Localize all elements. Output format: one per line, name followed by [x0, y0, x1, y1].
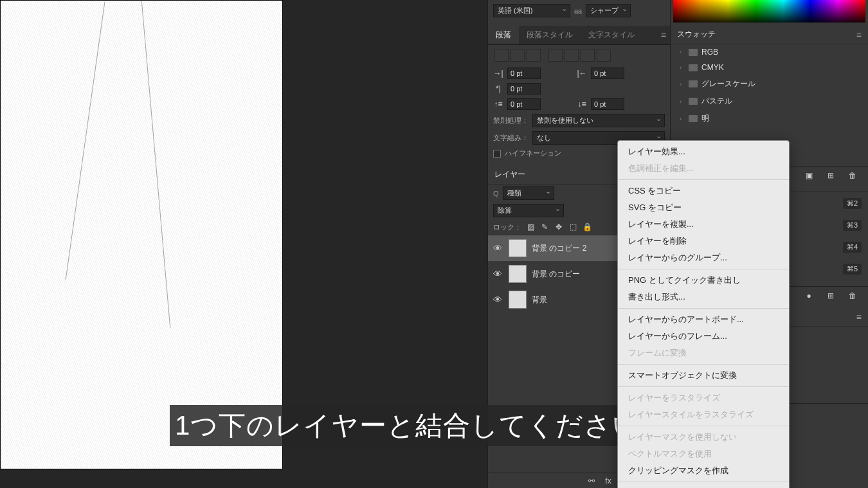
- swatches-menu-icon[interactable]: ≡: [856, 30, 862, 40]
- link-layers-icon[interactable]: ⚯: [586, 476, 597, 486]
- trash-icon[interactable]: 🗑: [847, 170, 858, 181]
- chevron-right-icon: ›: [680, 49, 685, 55]
- folder-icon: [689, 64, 698, 71]
- new-action-icon[interactable]: ⊞: [826, 291, 836, 301]
- layer-thumbnail[interactable]: [509, 291, 527, 309]
- folder-icon: [689, 80, 698, 87]
- context-menu-item[interactable]: レイヤーを削除: [618, 233, 789, 249]
- folder-icon: [689, 98, 698, 105]
- layer-filter-dropdown[interactable]: 種類: [503, 186, 554, 200]
- trash-icon[interactable]: 🗑: [847, 291, 858, 301]
- context-menu-item[interactable]: レイヤー効果...: [618, 143, 789, 160]
- context-menu-separator: [618, 482, 789, 482]
- indent-left-icon: →|: [493, 68, 503, 78]
- tab-paragraph-style[interactable]: 段落スタイル: [519, 26, 581, 44]
- language-dropdown[interactable]: 英語 (米国): [493, 4, 570, 17]
- context-menu-item: レイヤースタイルをラスタライズ: [618, 406, 789, 423]
- record-icon[interactable]: ●: [804, 291, 814, 301]
- swatch-folder-row[interactable]: ›パステル: [671, 93, 868, 110]
- align-center-button[interactable]: [511, 49, 525, 62]
- layer-name-label: 背景: [532, 294, 547, 305]
- context-menu-item[interactable]: SVG をコピー: [618, 199, 789, 216]
- swatch-folder-label: パステル: [701, 96, 732, 107]
- swatch-folder-label: グレースケール: [701, 78, 755, 89]
- space-after-field[interactable]: 0 pt: [591, 98, 624, 110]
- folder-icon[interactable]: ▣: [804, 170, 814, 181]
- chevron-right-icon: ›: [680, 81, 685, 87]
- chevron-right-icon: ›: [680, 64, 685, 71]
- layer-name-label: 背景 のコピー 2: [532, 243, 586, 254]
- context-menu-separator: [618, 269, 789, 269]
- context-menu-item[interactable]: スマートオブジェクトに変換: [618, 367, 789, 384]
- new-swatch-icon[interactable]: ⊞: [826, 170, 836, 181]
- align-left-button[interactable]: [494, 49, 509, 62]
- layers-panel-title: レイヤー: [494, 169, 525, 180]
- swatch-folder-row[interactable]: ›グレースケール: [671, 75, 868, 93]
- layer-fx-icon[interactable]: fx: [603, 476, 613, 486]
- space-before-field[interactable]: 0 pt: [507, 98, 541, 110]
- subtitle-caption: 1つ下のレイヤーと結合してください: [170, 405, 646, 446]
- visibility-eye-icon[interactable]: 👁: [493, 269, 503, 279]
- kinsoku-dropdown[interactable]: 禁則を使用しない: [532, 114, 665, 127]
- swatch-folder-row[interactable]: ›CMYK: [671, 60, 868, 75]
- context-menu-item: レイヤーをラスタライズ: [618, 390, 789, 406]
- swatch-folder-row[interactable]: ›RGB: [671, 44, 868, 60]
- context-menu-item[interactable]: レイヤーからのグループ...: [618, 249, 789, 266]
- canvas-area: [0, 0, 285, 476]
- justify-right-button[interactable]: [581, 49, 595, 62]
- color-spectrum[interactable]: [673, 0, 865, 23]
- context-menu-item[interactable]: クリッピングマスクを作成: [618, 462, 789, 479]
- document-canvas[interactable]: [0, 0, 283, 469]
- visibility-eye-icon[interactable]: 👁: [493, 243, 503, 253]
- indent-left-field[interactable]: 0 pt: [507, 68, 541, 79]
- shortcut-badge: ⌘2: [843, 198, 862, 209]
- space-after-icon: ↓≡: [577, 99, 587, 109]
- context-menu-separator: [618, 364, 789, 365]
- context-menu-separator: [618, 179, 789, 180]
- paragraph-tabs: 段落 段落スタイル 文字スタイル ≡: [488, 26, 670, 45]
- antialias-dropdown[interactable]: シャープ: [586, 4, 631, 17]
- context-menu-item[interactable]: 書き出し形式...: [618, 289, 789, 305]
- chevron-right-icon: ›: [680, 98, 685, 105]
- layer-thumbnail[interactable]: [509, 239, 527, 257]
- visibility-eye-icon[interactable]: 👁: [493, 294, 503, 305]
- context-menu-item[interactable]: PNG としてクイック書き出し: [618, 272, 789, 289]
- context-menu-item[interactable]: レイヤーからのフレーム...: [618, 328, 789, 345]
- lock-all-icon[interactable]: 🔒: [582, 222, 592, 232]
- align-right-button[interactable]: [527, 49, 541, 62]
- hyphenation-label: ハイフネーション: [505, 149, 561, 158]
- lock-artboard-icon[interactable]: ⬚: [568, 222, 578, 232]
- tab-paragraph[interactable]: 段落: [488, 26, 519, 44]
- context-menu-item[interactable]: レイヤーからのアートボード...: [618, 311, 789, 328]
- folder-icon: [689, 115, 698, 122]
- justify-center-button[interactable]: [565, 49, 579, 62]
- context-menu-item[interactable]: レイヤーを複製...: [618, 216, 789, 233]
- layer-context-menu[interactable]: レイヤー効果...色調補正を編集...CSS をコピーSVG をコピーレイヤーを…: [617, 140, 790, 488]
- swatches-title: スウォッチ: [677, 29, 716, 40]
- context-menu-separator: [618, 426, 789, 426]
- lock-brush-icon[interactable]: ✎: [539, 222, 550, 232]
- alignment-buttons: [488, 45, 670, 66]
- lock-move-icon[interactable]: ✥: [554, 222, 564, 232]
- context-menu-item[interactable]: CSS をコピー: [618, 183, 789, 199]
- panel-menu-icon[interactable]: ≡: [856, 312, 862, 322]
- layer-thumbnail[interactable]: [509, 265, 527, 283]
- context-menu-separator: [618, 386, 789, 387]
- layer-name-label: 背景 のコピー: [532, 269, 580, 280]
- context-menu-separator: [618, 308, 789, 309]
- panel-menu-icon[interactable]: ≡: [657, 26, 670, 44]
- justify-all-button[interactable]: [597, 49, 611, 62]
- first-line-indent-field[interactable]: 0 pt: [507, 83, 541, 95]
- tab-character-style[interactable]: 文字スタイル: [581, 26, 642, 44]
- blend-mode-dropdown[interactable]: 除算: [493, 204, 564, 217]
- folder-icon: [689, 49, 698, 56]
- chevron-right-icon: ›: [680, 116, 685, 122]
- swatch-folder-label: CMYK: [701, 63, 724, 72]
- justify-left-button[interactable]: [548, 49, 563, 62]
- indent-right-field[interactable]: 0 pt: [591, 68, 624, 79]
- swatch-folder-list: ›RGB›CMYK›グレースケール›パステル›明: [671, 44, 868, 127]
- swatch-folder-row[interactable]: ›明: [671, 110, 868, 127]
- hyphenation-checkbox[interactable]: [493, 150, 501, 158]
- lock-label: ロック：: [493, 222, 521, 232]
- lock-pixels-icon[interactable]: ▨: [525, 222, 536, 232]
